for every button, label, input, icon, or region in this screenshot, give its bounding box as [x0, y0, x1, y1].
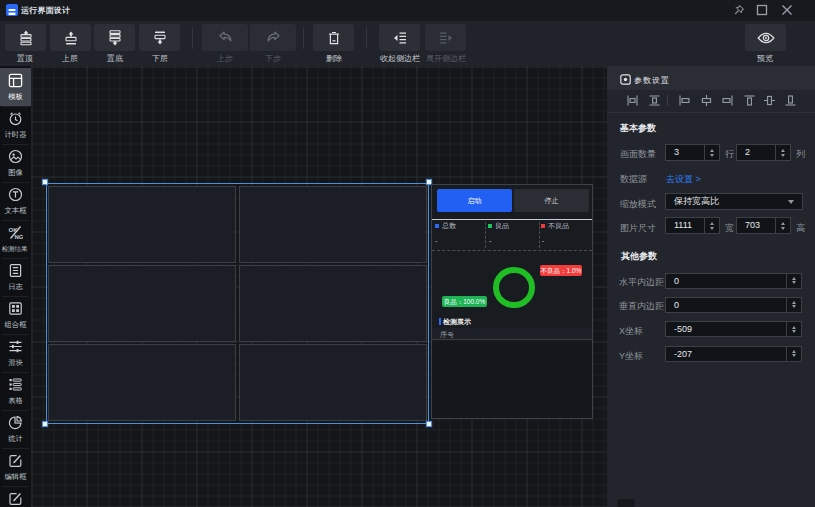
svg-text:NG: NG [15, 234, 24, 240]
